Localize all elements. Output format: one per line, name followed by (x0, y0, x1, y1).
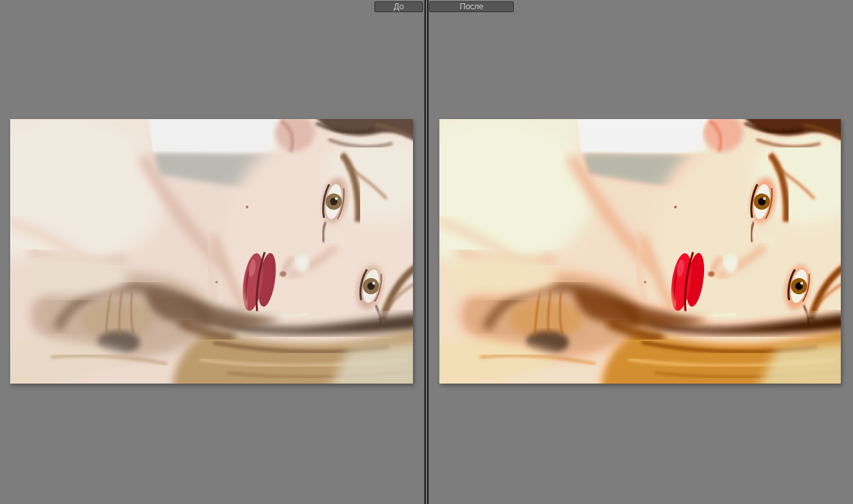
after-photo[interactable] (439, 119, 841, 384)
before-pane: До (0, 0, 424, 504)
before-photo[interactable] (10, 119, 413, 384)
before-photo-image (10, 119, 413, 384)
after-pane: После (429, 0, 853, 504)
after-label: После (429, 1, 514, 12)
after-photo-image (439, 119, 841, 384)
before-label: До (374, 1, 423, 12)
compare-workspace: До После (0, 0, 853, 504)
